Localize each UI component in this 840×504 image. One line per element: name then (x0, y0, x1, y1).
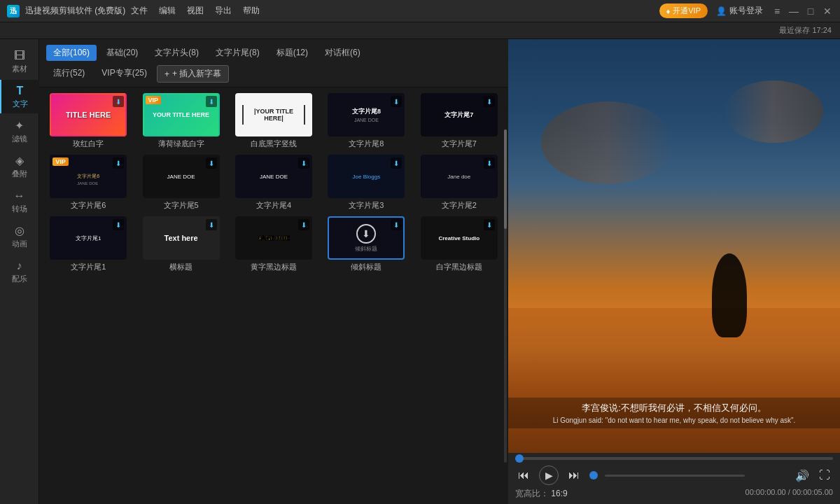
sidebar-item-文字[interactable]: T 文字 (0, 80, 39, 113)
preview-controls: ⏮ ▶ ⏭ 🔊 ⛶ 宽高比： 16:9 (508, 453, 840, 504)
progress-bar[interactable] (515, 457, 833, 460)
template-tail8[interactable]: ⬇ 文字片尾8 JANE DOE 文字片尾8 (323, 93, 410, 149)
tab-dialog[interactable]: 对话框(6) (318, 45, 368, 61)
sidebar-item-配乐[interactable]: ♪ 配乐 (0, 255, 39, 288)
template-mint-white[interactable]: VIP YOUR TITLE HERE ⬇ 薄荷绿底白字 (137, 93, 224, 149)
tab-popular[interactable]: 流行(52) (46, 65, 92, 83)
sidebar-label-文字: 文字 (13, 99, 28, 109)
insert-subtitle-button[interactable]: + + 插入新字幕 (157, 65, 229, 83)
cloud-right (724, 80, 823, 143)
diamond-icon: ♦ (666, 7, 671, 15)
sidebar-label-配乐: 配乐 (12, 274, 27, 284)
download-badge: ⬇ (206, 96, 217, 107)
menu-file[interactable]: 文件 (131, 5, 148, 17)
sidebar-item-叠附[interactable]: ◈ 叠附 (0, 150, 39, 183)
template-content: JANE DOE (163, 169, 200, 184)
template-pink-white[interactable]: TITLE HERE ⬇ 玫红白字 (45, 93, 132, 149)
sidebar-item-素材[interactable]: 🎞 素材 (0, 45, 39, 78)
template-content: 文字片尾1 (71, 230, 105, 246)
video-subtitle-container: 李宫俊说:不想听我何必讲，不相信又何必问。 Li Gongjun said: "… (508, 398, 840, 428)
template-label: 文字片尾8 (349, 139, 384, 149)
close-button[interactable]: ✕ (822, 6, 833, 17)
vip-badge: VIP (146, 96, 162, 104)
app-icon: 迅 (7, 5, 20, 18)
fullscreen-button[interactable]: ⛶ (816, 467, 833, 484)
template-tail2[interactable]: ⬇ Jane doe 文字片尾2 (416, 155, 503, 211)
template-label: 文字片尾3 (349, 200, 384, 211)
template-title-text: YOUR TITLE HERE (150, 108, 212, 121)
app-title: 迅捷视频剪辑软件 (免费版) (25, 5, 125, 17)
tab-title[interactable]: 标题(12) (270, 45, 315, 61)
template-tail6[interactable]: VIP ⬇ 文字片尾6 JANE DOE 文字片尾6 (45, 155, 132, 211)
download-overlay: ⬇ 倾斜标题 (355, 218, 377, 258)
minimize-button[interactable]: — (788, 6, 799, 17)
template-horizontal-title[interactable]: ⬇ Text here 横标题 (137, 216, 224, 272)
tab-vip[interactable]: VIP专享(25) (94, 65, 154, 83)
window-controls: ≡ — □ ✕ (771, 6, 833, 17)
tab-all[interactable]: 全部(106) (46, 45, 97, 61)
template-tail1[interactable]: ⬇ 文字片尾1 文字片尾1 (45, 216, 132, 272)
sidebar-item-动画[interactable]: ◎ 动画 (0, 220, 39, 253)
maximize-button[interactable]: □ (805, 6, 816, 17)
template-title-text: TITLE HERE (63, 108, 113, 122)
template-label: 倾斜标题 (351, 262, 382, 272)
download-badge: ⬇ (113, 96, 124, 107)
template-white-black[interactable]: |YOUR TITLE HERE| 白底黑字竖线 (230, 93, 317, 149)
titlebar-left: 迅 迅捷视频剪辑软件 (免费版) 文件 编辑 视图 导出 帮助 (7, 5, 260, 18)
right-controls: 🔊 ⛶ (794, 467, 833, 484)
time-info: 00:00:00.00 / 00:00:05.00 (746, 488, 833, 500)
template-tail4[interactable]: ⬇ JANE DOE 文字片尾4 (230, 155, 317, 211)
template-white-black-title[interactable]: ⬇ Creative Studio 白字黑边标题 (416, 216, 503, 272)
menu-icon[interactable]: ≡ (771, 6, 783, 17)
template-title-text: |YOUR TITLE HERE| (242, 105, 305, 125)
subtitle-chinese: 李宫俊说:不想听我何必讲，不相信又何必问。 (512, 402, 836, 414)
template-slanted-title[interactable]: ⬇ ⬇ 倾斜标题 倾斜标题 (323, 216, 410, 272)
menu-view[interactable]: 视图 (187, 5, 204, 17)
download-badge: ⬇ (391, 96, 402, 107)
template-panel: 全部(106) 基础(20) 文字片头(8) 文字片尾(8) 标题(12) 对话… (39, 39, 508, 504)
info-row: 宽高比： 16:9 00:00:00.00 / 00:00:05.00 (515, 488, 833, 500)
login-button[interactable]: 👤 账号登录 (716, 5, 763, 17)
download-badge: ⬇ (391, 219, 402, 230)
filter-icon: ✦ (15, 119, 24, 132)
templates-grid: TITLE HERE ⬇ 玫红白字 VIP YOUR TITLE HERE ⬇ … (39, 88, 508, 504)
material-icon: 🎞 (14, 50, 25, 62)
template-tail7[interactable]: ⬇ 文字片尾7 文字片尾7 (416, 93, 503, 149)
skip-back-button[interactable]: ⏮ (515, 467, 532, 484)
play-button[interactable]: ▶ (539, 465, 559, 485)
sidebar-item-转场[interactable]: ↔ 转场 (0, 185, 39, 218)
menu-help[interactable]: 帮助 (243, 5, 260, 17)
tab-basic[interactable]: 基础(20) (99, 45, 145, 61)
template-tail5[interactable]: ⬇ JANE DOE 文字片尾5 (137, 155, 224, 211)
template-label: 文字片尾5 (164, 200, 199, 211)
main-layout: 🎞 素材 T 文字 ✦ 滤镜 ◈ 叠附 ↔ 转场 ◎ 动画 ♪ 配乐 (0, 39, 840, 504)
template-yellow-title[interactable]: ⬇ JANE DOE 黄字黑边标题 (230, 216, 317, 272)
menu-export[interactable]: 导出 (215, 5, 232, 17)
tab-title-head[interactable]: 文字片头(8) (148, 45, 206, 61)
sidebar-item-滤镜[interactable]: ✦ 滤镜 (0, 115, 39, 148)
download-badge: ⬇ (206, 219, 217, 230)
tabs-area: 全部(106) 基础(20) 文字片头(8) 文字片尾(8) 标题(12) 对话… (39, 39, 508, 88)
mini-progress[interactable] (605, 475, 745, 477)
music-icon: ♪ (17, 260, 22, 272)
skip-forward-button[interactable]: ⏭ (566, 467, 582, 484)
volume-button[interactable]: 🔊 (794, 467, 811, 484)
subtitle-english: Li Gongjun said: "do not want to hear me… (512, 416, 836, 424)
ratio-info: 宽高比： 16:9 (515, 488, 568, 500)
user-icon: 👤 (716, 6, 727, 16)
vip-button[interactable]: ♦ 开通VIP (659, 4, 708, 18)
template-label: 文字片尾4 (256, 200, 291, 211)
download-badge: ⬇ (206, 158, 217, 169)
tab-title-tail[interactable]: 文字片尾(8) (209, 45, 267, 61)
progress-thumb[interactable] (515, 454, 524, 463)
video-background: 李宫俊说:不想听我何必讲，不相信又何必问。 Li Gongjun said: "… (508, 39, 840, 453)
titlebar: 迅 迅捷视频剪辑软件 (免费版) 文件 编辑 视图 导出 帮助 ♦ 开通VIP … (0, 0, 840, 22)
download-badge: ⬇ (113, 158, 124, 169)
template-label: 文字片尾1 (71, 262, 106, 272)
sidebar-label-转场: 转场 (12, 204, 27, 214)
template-text-content: Text here (164, 234, 198, 242)
template-content: 文字片尾7 (440, 106, 477, 124)
menu-edit[interactable]: 编辑 (159, 5, 176, 17)
menu-bar: 文件 编辑 视图 导出 帮助 (131, 5, 260, 17)
template-tail3[interactable]: ⬇ Joe Bloggs 文字片尾3 (323, 155, 410, 211)
